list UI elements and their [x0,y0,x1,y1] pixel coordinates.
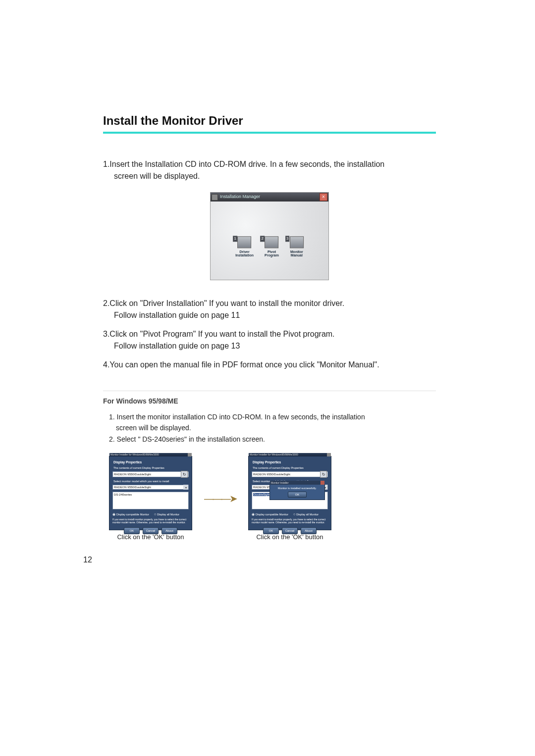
popup-message: Monitor is installed successfully. [278,487,317,490]
group-title: Display Properties [113,460,189,464]
chevron-down-icon: ▾ [183,485,188,490]
title-underline [103,132,436,134]
success-popup: Monitor Installer Monitor is installed s… [269,484,325,500]
radio-compatible[interactable]: Display compatible Monitor [112,512,149,516]
item-label: Driver Installation [235,250,254,257]
step-3-line2: Follow installation guide on page 13 [114,342,240,350]
substep-1-line2: screen will be displayed. [116,424,191,432]
document-page: Install the Monitor Driver 1.Insert the … [0,0,535,564]
popup-titlebar: Monitor Installer [270,481,324,485]
main-steps: 1.Insert the Installation CD into CD-ROM… [103,158,436,371]
arrow-icon: ———➤ [204,493,236,504]
close-icon[interactable] [321,481,324,485]
window-title: Installation Manager [220,194,260,201]
subsection-heading: For Windows 95/98/ME [103,397,436,405]
page-number: 12 [83,555,436,564]
substep-2-text: Select " DS-240series" in the installati… [117,435,265,443]
current-display-field: RADEON 9550/DoubleSight ↻ [252,471,328,477]
substep-1-line1: Insert the monitor installation CD into … [117,413,365,421]
ok-button[interactable]: OK [124,527,140,534]
dialog-screenshots-row: Monitor Installer for Windows95/98/Me/20… [109,456,436,541]
radio-all[interactable]: Display all Monitor [154,512,179,516]
step-1: 1.Insert the Installation CD into CD-ROM… [103,158,436,182]
right-dialog-column: Monitor Installer for Windows95/98/Me/20… [248,456,331,541]
refresh-icon[interactable]: ↻ [320,471,327,478]
driver-icon: 1 [238,236,252,248]
pivot-icon: 2 [265,236,278,248]
group-title: Display Properties [253,460,328,464]
refresh-icon[interactable]: ↻ [181,471,188,478]
radio-compatible[interactable]: Display compatible Monitor [252,512,288,516]
step-3: 3.Click on "Pivot Program" If you want t… [103,328,436,352]
current-label: The contents of current Display Properti… [113,466,189,469]
right-caption: Click on the 'OK' button [256,533,323,541]
app-icon [212,194,218,201]
installation-manager-window: Installation Manager × 1 Driver Installa… [210,192,329,280]
model-select[interactable]: RADEON 9550/DoubleSight▾ [112,485,189,490]
step-1-line2: screen will be displayed. [114,172,200,180]
item-monitor-manual[interactable]: 3 Monitor Manual [290,236,304,257]
step-2-line1: 2.Click on "Driver Installation" If you … [103,299,344,307]
current-label: The contents of current Display Properti… [253,466,328,469]
divider [103,391,436,391]
manual-icon: 3 [290,236,304,248]
display-properties-dialog-success: Monitor Installer for Windows95/98/Me/20… [248,456,331,530]
dialog-buttons: OK Cancel About [112,527,189,534]
close-icon[interactable]: × [320,193,327,201]
item-pivot-program[interactable]: 2 Pivot Program [265,236,279,257]
cancel-button[interactable]: Cancel [143,527,159,534]
installation-manager-body: 1 Driver Installation 2 Pivot Program 3 … [211,202,328,280]
substep-1: 1. Insert the monitor installation CD in… [109,412,436,433]
about-button[interactable]: About [301,527,317,534]
installation-manager-screenshot: Installation Manager × 1 Driver Installa… [210,192,329,280]
current-display-field: RADEON 9550/DoubleSight ↻ [112,471,189,477]
sub-steps: 1. Insert the monitor installation CD in… [109,412,436,445]
substep-1-num: 1. [109,413,115,421]
step-2: 2.Click on "Driver Installation" If you … [103,298,436,321]
header: Install the Monitor Driver [103,114,436,134]
radio-group: Display compatible Monitor Display all M… [252,512,328,516]
step-3-line1: 3.Click on "Pivot Program" If you want t… [103,330,335,338]
install-note: If you want to install monitor properly,… [252,518,328,524]
page-title: Install the Monitor Driver [103,114,436,128]
popup-ok-button[interactable]: OK [288,492,307,498]
substep-2-num: 2. [109,435,115,443]
current-value: RADEON 9550/DoubleSight [253,473,290,476]
dialog-titlebar: Monitor Installer for Windows95/98/Me/20… [249,453,331,456]
item-driver-installation[interactable]: 1 Driver Installation [235,236,254,257]
radio-group: Display compatible Monitor Display all M… [112,512,189,516]
cancel-button[interactable]: Cancel [282,527,298,534]
dialog-buttons: OK Cancel About [252,527,328,534]
item-label: Monitor Manual [290,250,303,257]
substep-2: 2. Select " DS-240series" in the install… [109,434,436,445]
install-note: If you want to install monitor properly,… [112,518,189,524]
titlebar-left: Installation Manager [212,194,260,201]
item-label: Pivot Program [265,250,279,257]
close-icon[interactable] [188,453,192,456]
ok-button[interactable]: OK [263,527,279,534]
left-caption: Click on the 'OK' button [117,533,184,541]
radio-all[interactable]: Display all Monitor [293,512,319,516]
dialog-titlebar: Monitor Installer for Windows95/98/Me/20… [109,453,192,456]
close-icon[interactable] [327,453,331,456]
about-button[interactable]: About [161,527,177,534]
left-dialog-column: Monitor Installer for Windows95/98/Me/20… [109,456,192,541]
installer-items: 1 Driver Installation 2 Pivot Program 3 … [235,236,304,257]
display-properties-dialog: Monitor Installer for Windows95/98/Me/20… [109,456,192,530]
step-2-line2: Follow installation guide on page 11 [114,311,240,319]
model-listbox[interactable]: DS-240series [112,492,189,509]
step-4-line1: 4.You can open the manual file in PDF fo… [103,360,379,369]
step-1-line1: 1.Insert the Installation CD into CD-ROM… [103,160,384,168]
current-value: RADEON 9550/DoubleSight [114,473,151,476]
select-label: Select monitor model which you want to i… [113,480,189,483]
window-titlebar: Installation Manager × [211,193,328,202]
step-4: 4.You can open the manual file in PDF fo… [103,359,436,371]
list-item[interactable]: DS-240series [114,493,132,496]
